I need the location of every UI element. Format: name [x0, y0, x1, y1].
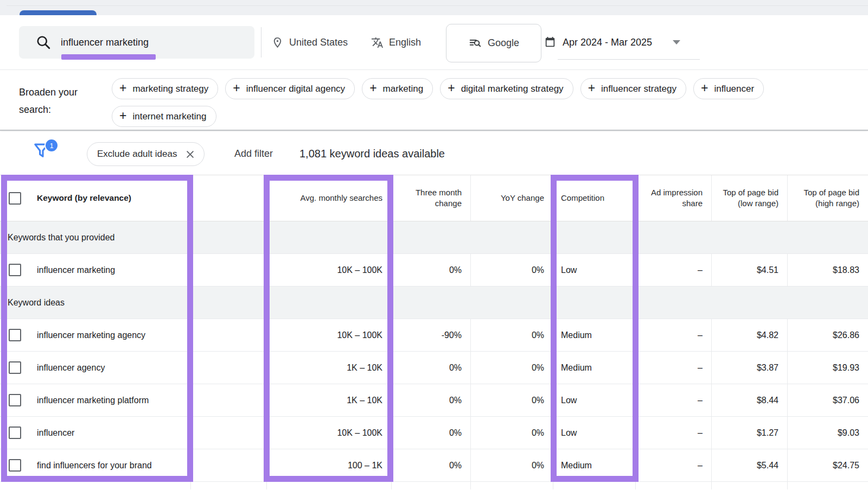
column-header-keyword[interactable]: Keyword (by relevance) [0, 175, 191, 221]
close-icon[interactable] [186, 150, 194, 158]
row-checkbox[interactable] [9, 329, 21, 341]
keyword-text: find influencers for your brand [37, 461, 152, 470]
avg-monthly-searches-cell: 1K – 10K [267, 352, 392, 384]
row-checkbox[interactable] [9, 264, 21, 276]
competition-cell: Low [553, 384, 636, 416]
cell-value: Medium [561, 461, 592, 470]
keyword-planner-screen: United States English Google Apr 2024 - … [0, 0, 868, 490]
location-pin-icon [271, 36, 284, 49]
cell-value: 10K – 100K [337, 330, 382, 340]
cell-value: 100 – 1K [348, 461, 382, 470]
cell-value: 0% [532, 396, 544, 405]
broaden-search-section: Broaden your search: +marketing strategy… [0, 70, 868, 131]
plus-icon: + [588, 82, 595, 94]
column-header-label: Top of page bid (low range) [712, 187, 778, 209]
cell-value: – [698, 363, 703, 373]
filters-button[interactable]: 1 [33, 139, 61, 167]
row-checkbox[interactable] [9, 427, 21, 439]
column-header-avg-monthly-searches[interactable]: Avg. monthly searches [267, 175, 392, 221]
plus-icon: + [233, 82, 240, 94]
broaden-chip-marketing[interactable]: +marketing [362, 78, 433, 99]
top-bid-high-cell: $24.75 [788, 449, 868, 481]
row-checkbox[interactable] [9, 459, 21, 472]
filter-bar: 1 Exclude adult ideas Add filter 1,081 k… [0, 132, 868, 175]
broaden-chip-label: influencer digital agency [246, 84, 345, 94]
three-month-change-cell: 0% [392, 417, 471, 449]
column-header-keyword-label: Keyword (by relevance) [37, 193, 131, 204]
cell-value: Low [561, 265, 577, 275]
translate-icon [371, 36, 384, 49]
keyword-text: influencer [37, 428, 74, 438]
cell-value: Low [561, 396, 577, 405]
filler-cell [392, 482, 471, 489]
cell-value: 0% [532, 428, 544, 438]
column-header-three-month-change[interactable]: Three month change [392, 175, 471, 221]
filler-cell [471, 482, 553, 489]
column-header-competition[interactable]: Competition [553, 175, 636, 221]
yoy-change-cell: 0% [471, 384, 553, 416]
cell-value: $1.27 [757, 428, 778, 438]
cell-value: – [698, 396, 703, 405]
section-label: Keywords that you provided [8, 233, 114, 243]
column-header-top-bid-low[interactable]: Top of page bid (low range) [712, 175, 788, 221]
annotation-search-underline [61, 54, 156, 60]
broaden-chip-influencer[interactable]: +influencer [693, 78, 764, 99]
competition-cell: Low [553, 254, 636, 286]
top-bid-low-cell: $1.27 [712, 417, 788, 449]
broaden-chip-digital-marketing-strategy[interactable]: +digital marketing strategy [440, 78, 573, 99]
cell-value: – [698, 265, 703, 275]
avg-monthly-searches-cell: 10K – 100K [267, 417, 392, 449]
date-range-selector[interactable]: Apr 2024 - Mar 2025 [544, 15, 680, 69]
plus-icon: + [119, 82, 126, 94]
select-all-checkbox[interactable] [9, 192, 21, 205]
broaden-chip-label: digital marketing strategy [461, 84, 564, 94]
add-filter-button[interactable]: Add filter [234, 142, 273, 165]
row-checkbox[interactable] [9, 394, 21, 406]
column-header-ad-impression-share[interactable]: Ad impression share [636, 175, 712, 221]
cell-value: $5.44 [757, 461, 778, 470]
active-filter-label: Exclude adult ideas [97, 149, 177, 160]
active-filter-chip[interactable]: Exclude adult ideas [87, 142, 205, 166]
column-header-label: Avg. monthly searches [301, 193, 382, 203]
cell-value: 0% [449, 363, 462, 373]
filler-cell [636, 482, 712, 489]
broaden-chip-influencer-digital-agency[interactable]: +influencer digital agency [225, 78, 355, 99]
filler-cell [553, 482, 636, 489]
cell-value: $4.82 [757, 330, 778, 340]
cell-value: – [698, 330, 703, 340]
spacer-cell [191, 449, 267, 481]
broaden-chip-list: +marketing strategy+influencer digital a… [112, 78, 790, 127]
ad-impression-share-cell: – [636, 384, 712, 416]
row-checkbox[interactable] [9, 361, 21, 374]
plus-icon: + [369, 82, 376, 94]
keyword-cell: influencer marketing [0, 254, 191, 286]
yoy-change-cell: 0% [471, 449, 553, 481]
top-band-divider [7, 5, 868, 6]
cell-value: 0% [449, 461, 462, 470]
column-header-yoy-change[interactable]: YoY change [471, 175, 553, 221]
table-row-influencer-marketing: influencer marketing10K – 100K0%0%Low–$4… [0, 254, 868, 287]
chevron-down-icon[interactable] [673, 40, 680, 44]
cell-value: 10K – 100K [337, 428, 382, 438]
cell-value: Low [561, 428, 577, 438]
network-label: Google [488, 37, 519, 49]
table-row-influencer-marketing-agency: influencer marketing agency10K – 100K-90… [0, 319, 868, 352]
section-label: Keyword ideas [8, 298, 65, 308]
table-section-row-keywords-that-you-provided: Keywords that you provided [0, 221, 868, 254]
language-selector[interactable]: English [371, 15, 421, 69]
search-icon [35, 34, 52, 50]
network-selector[interactable]: Google [446, 24, 541, 62]
search-input[interactable] [60, 36, 241, 49]
spacer-cell [191, 384, 267, 416]
location-selector[interactable]: United States [271, 15, 348, 69]
column-header-label: Competition [561, 193, 604, 203]
broaden-chip-internet-marketing[interactable]: +internet marketing [112, 106, 216, 127]
broaden-chip-marketing-strategy[interactable]: +marketing strategy [112, 78, 218, 99]
three-month-change-cell: 0% [392, 384, 471, 416]
broaden-chip-influencer-strategy[interactable]: +influencer strategy [580, 78, 686, 99]
cell-value: 0% [449, 396, 462, 405]
column-header-top-bid-high[interactable]: Top of page bid (high range) [788, 175, 868, 221]
competition-cell: Medium [553, 352, 636, 384]
keyword-search-box[interactable] [19, 26, 254, 59]
keyword-text: influencer agency [37, 363, 105, 373]
